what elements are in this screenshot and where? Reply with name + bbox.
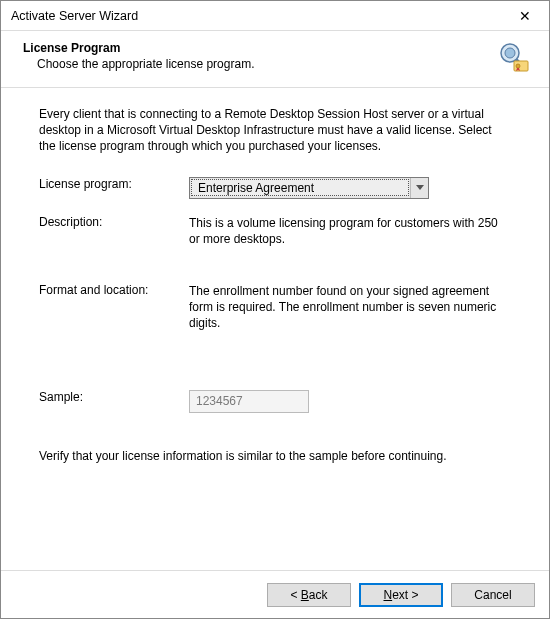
- row-program: License program: Enterprise Agreement: [39, 177, 511, 199]
- verify-text: Verify that your license information is …: [39, 449, 511, 463]
- header-title: License Program: [23, 41, 497, 55]
- svg-point-4: [516, 64, 520, 68]
- label-program: License program:: [39, 177, 189, 191]
- intro-text: Every client that is connecting to a Rem…: [39, 106, 511, 155]
- next-button[interactable]: Next >: [359, 583, 443, 607]
- wizard-content: Every client that is connecting to a Rem…: [1, 88, 549, 570]
- chevron-down-icon: [410, 178, 428, 198]
- header-text: License Program Choose the appropriate l…: [23, 41, 497, 71]
- sample-input: [189, 390, 309, 413]
- value-program: Enterprise Agreement: [189, 177, 511, 199]
- wizard-footer: < Back Next > Cancel: [1, 570, 549, 618]
- close-icon: ✕: [519, 8, 531, 24]
- row-description: Description: This is a volume licensing …: [39, 215, 511, 247]
- label-sample: Sample:: [39, 390, 189, 404]
- window-title: Activate Server Wizard: [11, 9, 503, 23]
- close-button[interactable]: ✕: [503, 2, 547, 30]
- cancel-button[interactable]: Cancel: [451, 583, 535, 607]
- titlebar: Activate Server Wizard ✕: [1, 1, 549, 31]
- label-format: Format and location:: [39, 283, 189, 297]
- header-subtitle: Choose the appropriate license program.: [23, 57, 497, 71]
- label-description: Description:: [39, 215, 189, 229]
- row-format: Format and location: The enrollment numb…: [39, 283, 511, 332]
- dropdown-selected: Enterprise Agreement: [191, 179, 409, 196]
- license-program-dropdown[interactable]: Enterprise Agreement: [189, 177, 429, 199]
- value-format: The enrollment number found on your sign…: [189, 283, 511, 332]
- license-icon: [497, 41, 529, 73]
- value-sample: [189, 390, 511, 413]
- value-description: This is a volume licensing program for c…: [189, 215, 511, 247]
- wizard-header: License Program Choose the appropriate l…: [1, 31, 549, 88]
- svg-point-1: [505, 48, 515, 58]
- wizard-window: Activate Server Wizard ✕ License Program…: [0, 0, 550, 619]
- row-sample: Sample:: [39, 390, 511, 413]
- back-button[interactable]: < Back: [267, 583, 351, 607]
